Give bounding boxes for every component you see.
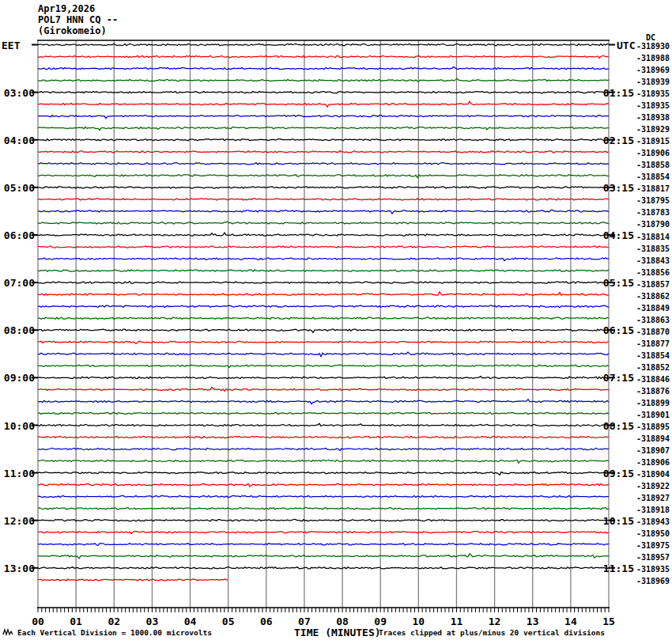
trace-value-label: -318935 <box>636 101 670 110</box>
seismo-trace-black <box>38 187 609 188</box>
utc-hour-label: 02:15 <box>601 134 634 146</box>
trace-value-label: -318783 <box>636 208 670 217</box>
seismo-trace-blue <box>38 400 609 404</box>
seismo-trace-red <box>38 532 609 534</box>
utc-hour-label: 06:15 <box>601 324 634 336</box>
x-axis-tick-label: 13 <box>523 616 542 627</box>
x-axis-tick-label: 02 <box>104 616 123 627</box>
trace-value-label: -318935 <box>636 89 670 98</box>
seismo-trace-green <box>38 317 609 319</box>
seismo-trace-black <box>38 282 609 283</box>
helicorder-screen: Apr19,2026 POL7 HNN CQ -- (Girokomeio) E… <box>0 0 672 644</box>
trace-value-label: -318858 <box>636 161 670 169</box>
seismo-trace-black <box>38 423 609 426</box>
seismo-trace-green <box>38 460 609 464</box>
x-axis-tick-label: 03 <box>142 616 161 627</box>
seismo-trace-black <box>38 233 609 236</box>
trace-value-label: -318876 <box>636 387 670 396</box>
seismo-trace-green <box>38 222 609 224</box>
seismo-trace-green <box>38 412 609 414</box>
seismo-trace-blue <box>38 544 609 546</box>
seismo-trace-black <box>38 44 609 46</box>
trace-value-label: -318854 <box>636 351 670 360</box>
eet-hour-label: 03:00 <box>0 87 35 99</box>
trace-value-label: -318814 <box>636 233 670 241</box>
x-axis-tick-label: 10 <box>409 616 428 627</box>
seismo-trace-blue <box>38 116 609 119</box>
trace-value-label: -318939 <box>636 78 670 86</box>
eet-hour-label: 04:00 <box>0 134 35 146</box>
seismo-trace-black <box>38 92 609 93</box>
utc-hour-label: 05:15 <box>601 277 634 289</box>
trace-value-label: -318835 <box>636 244 670 253</box>
trace-value-label: -318901 <box>636 411 670 419</box>
trace-value-label: -318895 <box>636 422 670 431</box>
trace-value-label: -318988 <box>636 54 670 63</box>
seismo-trace-green <box>38 78 609 81</box>
division-note: Each Vertical Division = 1000.00 microvo… <box>17 628 212 637</box>
trace-value-label: -318922 <box>636 482 670 491</box>
eet-hour-label: 12:00 <box>0 515 35 527</box>
x-axis-tick-label: 01 <box>66 616 85 627</box>
trace-value-label: -318927 <box>636 494 670 502</box>
seismo-trace-blue <box>38 163 609 165</box>
x-axis-tick-label: 00 <box>28 616 47 627</box>
seismo-trace-blue <box>38 449 609 451</box>
x-axis-tick-label: 04 <box>181 616 200 627</box>
utc-hour-label: 11:15 <box>601 563 634 574</box>
eet-hour-label: 07:00 <box>0 277 35 289</box>
seismo-trace-red <box>38 246 609 248</box>
seismo-trace-red <box>38 56 609 59</box>
eet-hour-label: 13:00 <box>0 563 35 574</box>
seismo-trace-red <box>38 579 228 581</box>
seismo-trace-black <box>38 377 609 379</box>
x-axis-title: TIME (MINUTES) <box>294 627 381 638</box>
trace-value-label: -318817 <box>636 184 670 193</box>
seismo-trace-red <box>38 388 609 392</box>
trace-value-label: -318904 <box>636 470 670 479</box>
seismo-trace-blue <box>38 496 609 498</box>
trace-value-label: -318975 <box>636 541 670 550</box>
trace-value-label: -318918 <box>636 506 670 514</box>
seismo-trace-red <box>38 101 609 107</box>
trace-value-label: -318863 <box>636 316 670 324</box>
trace-value-label: -318907 <box>636 446 670 455</box>
clip-note: Traces clipped at plus/minus 20 vertical… <box>379 628 605 637</box>
utc-hour-label: 08:15 <box>601 420 634 432</box>
seismo-trace-black <box>38 567 609 569</box>
trace-value-label: -318795 <box>636 196 670 205</box>
x-axis-tick-label: 05 <box>219 616 238 627</box>
seismo-trace-black <box>38 329 609 332</box>
utc-hour-label: 10:15 <box>601 515 634 527</box>
trace-value-label: -318852 <box>636 363 670 372</box>
trace-value-label: -318930 <box>636 42 670 51</box>
x-axis-tick-label: 12 <box>485 616 504 627</box>
eet-hour-label: 05:00 <box>0 182 35 194</box>
seismo-trace-blue <box>38 258 609 261</box>
utc-hour-label: 09:15 <box>601 468 634 479</box>
seismo-trace-red <box>38 437 609 438</box>
trace-value-label: -318969 <box>636 577 670 585</box>
eet-hour-label: 10:00 <box>0 420 35 432</box>
trace-value-label: -318969 <box>636 66 670 74</box>
trace-value-label: -318906 <box>636 458 670 467</box>
seismo-trace-green <box>38 365 609 367</box>
trace-value-label: -318915 <box>636 137 670 146</box>
seismo-trace-red <box>38 151 609 153</box>
seismo-trace-blue <box>38 210 609 214</box>
trace-value-label: -318790 <box>636 220 670 229</box>
eet-hour-label: 09:00 <box>0 372 35 384</box>
x-axis-tick-label: 09 <box>371 616 390 627</box>
seismo-trace-red <box>38 341 609 343</box>
trace-value-label: -318957 <box>636 553 670 562</box>
eet-hour-label: 11:00 <box>0 468 35 479</box>
seismo-trace-green <box>38 554 609 559</box>
seismo-trace-green <box>38 127 609 131</box>
eet-hour-label: 06:00 <box>0 229 35 241</box>
trace-value-label: -318857 <box>636 280 670 289</box>
trace-value-label: -318846 <box>636 375 670 384</box>
seismo-trace-red <box>38 292 609 295</box>
x-axis-tick-label: 07 <box>295 616 314 627</box>
eet-hour-label: 08:00 <box>0 324 35 336</box>
trace-value-label: -318870 <box>636 328 670 336</box>
